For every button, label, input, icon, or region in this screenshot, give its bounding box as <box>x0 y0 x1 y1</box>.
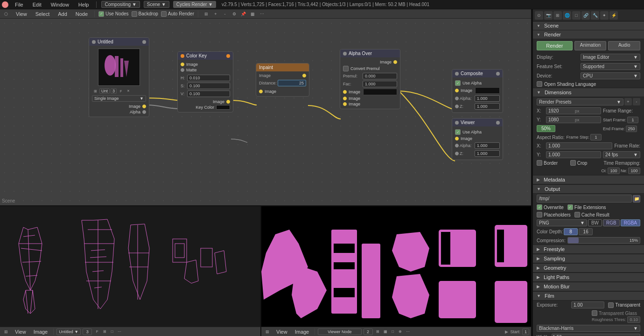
bl-icon4[interactable]: ⋯ <box>116 329 123 335</box>
rp-icon-physics[interactable]: ⚡ <box>609 11 618 20</box>
format-dropdown[interactable]: PNG ▼ <box>537 219 587 226</box>
depth-16-field[interactable]: 16 <box>579 228 593 235</box>
br-editor-icon[interactable]: ⊞ <box>263 328 272 336</box>
x-field[interactable]: 1920 px <box>546 107 601 114</box>
backdrop-toggle[interactable]: Backdrop <box>132 11 158 17</box>
bl-editor-icon[interactable]: ⊞ <box>2 328 10 336</box>
comp-alpha-value[interactable]: 1.000 <box>475 95 500 102</box>
rp-icon-scene[interactable]: ⊙ <box>535 11 543 20</box>
ck-h-value[interactable]: 0.010 <box>187 75 230 81</box>
overwrite-cb[interactable]: ✓ <box>537 204 542 210</box>
aspect-x-field[interactable]: 1.000 <box>546 142 612 149</box>
bl-icon3[interactable]: □ <box>109 329 115 335</box>
ao-socket-in2[interactable] <box>343 97 347 100</box>
motion-blur-header[interactable]: ▶ Motion Blur <box>533 282 644 291</box>
render-section-header[interactable]: ▼ Render <box>533 30 644 39</box>
cache-cb[interactable] <box>574 212 580 217</box>
freestyle-header[interactable]: ▶ Freestyle <box>533 245 644 254</box>
display-icon[interactable]: ▦ <box>249 10 257 18</box>
transparent-cb[interactable] <box>608 302 614 308</box>
viewer-socket-image[interactable] <box>455 137 459 140</box>
node-viewer-options[interactable] <box>496 121 500 125</box>
ck-v-value[interactable]: 0.100 <box>187 91 230 97</box>
exposure-field[interactable]: 1.00 <box>571 301 604 308</box>
br-image-menu[interactable]: Image <box>292 329 312 335</box>
audio-button[interactable]: Audio <box>608 41 640 50</box>
rp-icon-object[interactable]: □ <box>572 11 581 20</box>
dimensions-header[interactable]: ▼ Dimensions <box>533 88 644 97</box>
end-frame-field[interactable]: 250 <box>626 126 637 132</box>
section-scene[interactable]: ▼ Scene <box>533 21 644 30</box>
ck-socket-in-image[interactable] <box>181 63 184 66</box>
node-canvas[interactable]: Untitled <box>0 19 531 205</box>
single-image-dropdown[interactable]: Single Image ▼ <box>92 95 146 102</box>
ne-field[interactable]: 100 <box>628 168 640 174</box>
editor-type-badge[interactable]: Compositing ▼ <box>101 1 140 8</box>
rp-icon-modifiers[interactable]: 🔧 <box>591 11 599 20</box>
menu-window[interactable]: Window <box>48 2 72 7</box>
zoom-in-icon[interactable]: + <box>211 10 220 18</box>
inpaint-socket-out[interactable] <box>302 74 306 77</box>
auto-render-toggle[interactable]: Auto Render <box>161 11 194 17</box>
bl-icon1[interactable]: F <box>94 329 100 335</box>
rp-icon-world[interactable]: 🌐 <box>563 11 571 20</box>
inpaint-socket-in[interactable] <box>259 90 263 93</box>
br-view-menu[interactable]: View <box>273 329 290 335</box>
presets-add-icon[interactable]: + <box>624 98 632 105</box>
filter-dropdown[interactable]: Blackman-Harris ▼ <box>537 325 640 332</box>
br-icon2[interactable]: ▦ <box>382 329 389 335</box>
timeline-start-field[interactable]: 1 <box>522 329 529 335</box>
node-menu-select[interactable]: Select <box>33 11 53 17</box>
bw-button[interactable]: BW <box>588 219 602 226</box>
auto-render-checkbox[interactable] <box>161 11 167 17</box>
comp-socket-alpha[interactable] <box>455 97 459 100</box>
br-icon1[interactable]: ⊞ <box>375 329 381 335</box>
rp-icon-particles[interactable]: ✦ <box>600 11 609 20</box>
bl-file-dropdown[interactable]: Untitled ▼ <box>56 329 81 335</box>
ao-convert-cb[interactable] <box>343 66 349 71</box>
depth-8-field[interactable]: 8 <box>564 228 578 235</box>
backdrop-checkbox[interactable] <box>132 11 137 17</box>
render-button[interactable]: Render <box>537 41 573 50</box>
node-ck-options[interactable] <box>226 54 230 58</box>
socket-out-alpha[interactable] <box>142 110 146 114</box>
viewer-alpha-value[interactable]: 1.000 <box>475 142 500 149</box>
node-menu-view[interactable]: View <box>13 11 30 17</box>
feature-set-value[interactable]: Supported▼ <box>581 63 640 70</box>
display-value[interactable]: Image Editor▼ <box>581 54 640 61</box>
ao-socket-in3[interactable] <box>343 102 347 106</box>
br-icon4[interactable]: ⊕ <box>397 329 404 335</box>
fps-field[interactable]: 24 fps▼ <box>603 151 640 158</box>
node-inpaint[interactable]: Inpaint Image Distance: 25 Image <box>256 63 309 97</box>
viewer-socket-z[interactable] <box>455 152 459 155</box>
rgba-button[interactable]: RGBA <box>621 219 640 226</box>
comp-socket-z[interactable] <box>455 105 459 108</box>
presets-remove-icon[interactable]: - <box>633 98 640 105</box>
border-cb[interactable] <box>537 160 542 166</box>
node-untitled[interactable]: Untitled <box>89 37 149 117</box>
comp-socket-image[interactable] <box>455 89 459 92</box>
roughness-field[interactable]: 0.10 <box>627 316 640 323</box>
comp-use-alpha-cb[interactable]: ✓ <box>455 80 461 86</box>
frame-icon1[interactable]: ⊞ <box>92 88 98 94</box>
f-icon[interactable]: F <box>118 88 124 94</box>
viewer-socket-alpha[interactable] <box>455 144 459 147</box>
trans-glass-cb[interactable] <box>592 310 597 316</box>
crop-cb[interactable] <box>570 160 576 166</box>
frame-step-field[interactable]: 1 <box>590 134 602 140</box>
socket-out-image[interactable] <box>142 105 146 108</box>
rp-icon-constraints[interactable]: 🔗 <box>581 11 590 20</box>
ck-socket-out-image[interactable] <box>226 100 230 104</box>
ck-socket-in-matte[interactable] <box>181 68 184 72</box>
zoom-fit-icon[interactable]: ⊞ <box>202 10 210 18</box>
ao-socket-out[interactable] <box>393 60 397 64</box>
pin-icon[interactable]: 📌 <box>239 10 248 18</box>
menu-edit[interactable]: Edit <box>30 2 44 7</box>
ao-socket-in1[interactable] <box>343 90 347 94</box>
node-options-dot[interactable] <box>142 40 146 44</box>
animation-button[interactable]: Animation <box>574 41 607 50</box>
sampling-header[interactable]: ▶ Sampling <box>533 254 644 263</box>
node-alpha-over[interactable]: Alpha Over Image Convert Premul Premul: … <box>340 49 400 109</box>
settings-icon[interactable]: ⚙ <box>230 10 238 18</box>
comp-z-value[interactable]: 1.000 <box>475 103 500 110</box>
